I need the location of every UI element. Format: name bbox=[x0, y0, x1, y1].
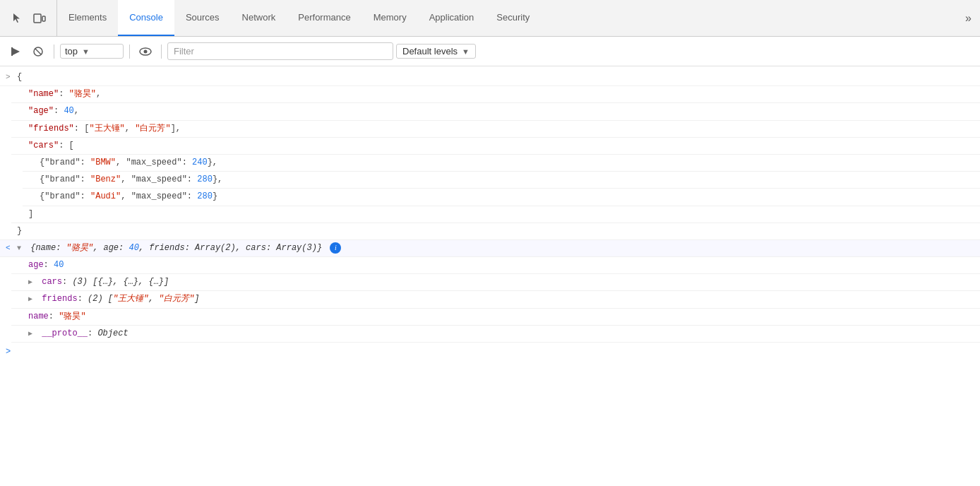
svg-rect-1 bbox=[42, 16, 45, 21]
console-entry-json: > { bbox=[0, 69, 980, 86]
context-selector[interactable]: top ▼ bbox=[60, 44, 124, 59]
no-arrow bbox=[17, 259, 28, 259]
json-name-line: "name": "骆昊", bbox=[11, 86, 980, 103]
no-arrow bbox=[6, 225, 17, 225]
toolbar-divider-1 bbox=[54, 45, 54, 59]
expand-cars-arrow[interactable]: ▶ bbox=[28, 277, 37, 288]
expand-object-arrow[interactable]: ▼ bbox=[17, 243, 25, 254]
devtools-icons bbox=[0, 0, 57, 36]
expand-proto-arrow[interactable]: ▶ bbox=[28, 328, 37, 340]
collapse-arrow[interactable]: > bbox=[6, 71, 17, 84]
json-content: { bbox=[17, 71, 980, 84]
console-output: > { "name": "骆昊", "age": 40, "friends": … bbox=[0, 66, 980, 364]
svg-rect-3 bbox=[11, 47, 13, 56]
tab-performance[interactable]: Performance bbox=[287, 0, 361, 36]
console-toolbar: top ▼ Default levels ▼ bbox=[0, 37, 980, 66]
no-arrow bbox=[17, 292, 28, 293]
dropdown-arrow-icon: ▼ bbox=[462, 47, 470, 56]
no-arrow bbox=[28, 156, 40, 157]
no-arrow bbox=[17, 327, 28, 328]
tabs-list: Elements Console Sources Network Perform… bbox=[57, 0, 957, 36]
json-car1-line: {"brand": "BMW", "max_speed": 240}, bbox=[23, 155, 980, 172]
no-arrow bbox=[17, 122, 28, 123]
eye-icon[interactable] bbox=[136, 42, 155, 61]
tab-bar: Elements Console Sources Network Perform… bbox=[0, 0, 980, 37]
prop-age-line: age: 40 bbox=[11, 257, 980, 274]
tab-network[interactable]: Network bbox=[231, 0, 287, 36]
no-arrow bbox=[17, 310, 28, 311]
chevron-down-icon: ▼ bbox=[82, 47, 90, 56]
tab-memory[interactable]: Memory bbox=[362, 0, 418, 36]
clear-console-icon[interactable] bbox=[28, 42, 48, 61]
prop-cars-line: ▶ cars: (3) [{…}, {…}, {…}] bbox=[11, 274, 980, 291]
no-arrow bbox=[17, 105, 28, 105]
no-arrow bbox=[17, 139, 28, 140]
tab-sources[interactable]: Sources bbox=[174, 0, 231, 36]
device-toggle-icon[interactable] bbox=[31, 10, 48, 27]
prop-proto-line: ▶ __proto__: Object bbox=[11, 326, 980, 343]
tab-console[interactable]: Console bbox=[118, 0, 174, 36]
output-arrow[interactable]: < bbox=[6, 242, 17, 255]
svg-point-7 bbox=[144, 49, 148, 53]
svg-rect-0 bbox=[34, 14, 41, 23]
no-arrow bbox=[17, 275, 28, 276]
filter-input[interactable] bbox=[167, 42, 393, 60]
json-cars-close-line: ] bbox=[11, 206, 980, 223]
more-tabs-button[interactable]: » bbox=[957, 0, 980, 36]
no-arrow bbox=[28, 190, 40, 191]
tab-application[interactable]: Application bbox=[418, 0, 486, 36]
expand-friends-arrow[interactable]: ▶ bbox=[28, 294, 37, 305]
no-arrow bbox=[28, 173, 40, 174]
tab-security[interactable]: Security bbox=[485, 0, 541, 36]
no-arrow bbox=[17, 208, 28, 208]
prop-name-line: name: "骆昊" bbox=[11, 309, 980, 326]
cursor-icon[interactable] bbox=[8, 10, 25, 27]
console-entry-expanded: < ▼ {name: "骆昊", age: 40, friends: Array… bbox=[0, 240, 980, 257]
info-icon[interactable]: i bbox=[330, 242, 341, 254]
svg-line-5 bbox=[35, 49, 41, 54]
log-level-selector[interactable]: Default levels ▼ bbox=[396, 44, 476, 59]
tab-elements[interactable]: Elements bbox=[57, 0, 118, 36]
cursor-prompt: > bbox=[6, 345, 11, 359]
json-car3-line: {"brand": "Audi", "max_speed": 280} bbox=[23, 189, 980, 206]
toolbar-divider-2 bbox=[129, 45, 130, 59]
cursor-line[interactable]: > bbox=[0, 343, 980, 362]
no-arrow bbox=[17, 88, 28, 88]
json-close-line: } bbox=[0, 223, 980, 240]
json-car2-line: {"brand": "Benz", "max_speed": 280}, bbox=[23, 172, 980, 189]
toolbar-divider-3 bbox=[161, 45, 162, 59]
json-age-line: "age": 40, bbox=[11, 103, 980, 120]
prop-friends-line: ▶ friends: (2) ["王大锤", "白元芳"] bbox=[11, 291, 980, 308]
execute-script-icon[interactable] bbox=[6, 42, 25, 61]
json-friends-line: "friends": ["王大锤", "白元芳"], bbox=[11, 121, 980, 138]
json-cars-key-line: "cars": [ bbox=[11, 138, 980, 155]
